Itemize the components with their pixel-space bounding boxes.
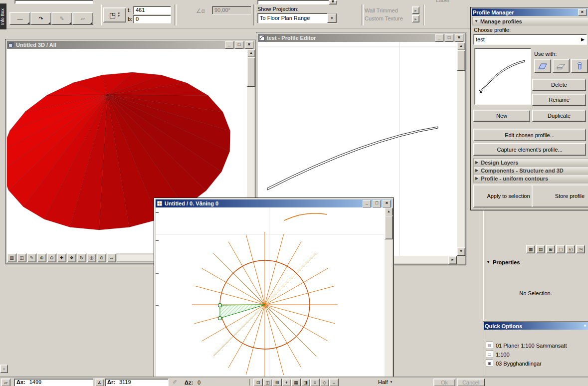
scroll-up-icon[interactable]: ▲ <box>457 42 465 50</box>
scroll-zoom-icon[interactable]: ↔ <box>107 253 116 262</box>
pan-tool-icon[interactable]: ❖ <box>67 253 76 262</box>
radial-coordinate-icon[interactable]: ∡ <box>95 379 104 386</box>
scroll-down-icon[interactable]: ▼ <box>457 247 465 256</box>
snap-point-dropdown[interactable]: Half ▼ <box>378 379 393 385</box>
profile-editor-icon <box>259 35 265 41</box>
floor-plan-icon <box>157 200 163 206</box>
section-profile-contours[interactable]: ▶ Profile - uniform contours <box>473 174 588 183</box>
fit-in-window-icon[interactable]: ✚ <box>57 253 66 262</box>
floor-plan-titlebar[interactable]: Untitled / 0. Våning 0 _ □ × <box>156 199 392 207</box>
maximize-button[interactable]: □ <box>373 200 381 207</box>
scroll-thumb[interactable] <box>247 57 255 87</box>
scroll-right-icon[interactable]: ► <box>448 256 457 264</box>
floor-plan-vertical-scrollbar[interactable]: ▲ <box>385 207 392 386</box>
tracker-icon[interactable]: ↔ <box>329 379 339 386</box>
close-button[interactable]: × <box>383 200 391 207</box>
cursor-snap-icon[interactable]: + <box>282 379 291 386</box>
close-button[interactable]: × <box>455 34 463 42</box>
element-snap-icon[interactable]: ⊞ <box>272 379 282 386</box>
close-button[interactable]: × <box>578 9 587 16</box>
profile-select[interactable]: test ▶ <box>473 34 587 45</box>
quick-options-titlebar[interactable]: Quick Options ▼ <box>484 322 588 330</box>
capture-element-profile-button[interactable]: Capture element's profile... <box>473 143 586 156</box>
properties-header[interactable]: ▼ Properties <box>486 259 520 265</box>
floor-plan-canvas[interactable] <box>156 207 385 386</box>
angle-snap-icon[interactable]: ◨ <box>301 379 310 386</box>
minimize-button[interactable]: _ <box>225 41 233 49</box>
b-input[interactable]: 0 <box>133 15 171 23</box>
minimize-button[interactable]: _ <box>435 34 443 42</box>
new-button[interactable]: New <box>473 110 530 122</box>
delta-r-field[interactable]: Δr: 3119 <box>105 379 169 386</box>
quick-option-row-layout[interactable]: ▣ 03 Bygghandlingar <box>486 360 542 367</box>
chevron-down-icon[interactable]: ▼ <box>583 324 587 328</box>
grid-snap-icon[interactable]: ⊡ <box>253 379 263 386</box>
maximize-button[interactable]: □ <box>445 34 453 42</box>
look-to-icon[interactable]: ⊙ <box>97 253 106 262</box>
projection-dropdown[interactable]: To Floor Plan Range ▼ <box>257 13 337 23</box>
delta-r-value: 3119 <box>117 379 131 385</box>
panel-views-icon[interactable]: ◳ <box>576 245 585 253</box>
profile-manager-titlebar[interactable]: Profile Manager × <box>472 8 588 16</box>
store-profile-button[interactable]: Store profile <box>532 185 588 207</box>
scroll-up-icon[interactable]: ▲ <box>385 207 393 216</box>
profile-editor-vertical-scrollbar[interactable]: ▲ ▼ <box>457 42 464 256</box>
info-box-tab[interactable]: Info Box <box>0 3 6 29</box>
zoom-in-icon[interactable]: ⊕ <box>37 253 46 262</box>
scroll-thumb[interactable] <box>457 50 465 71</box>
panel-sheets-icon[interactable]: ▤ <box>536 245 545 253</box>
window-3d-titlebar[interactable]: Untitled 3D / All _ □ × <box>7 41 254 49</box>
relative-coords-icon[interactable]: ◇ <box>320 379 329 386</box>
layer-combination-value: 01 Planer 1:100 Sammansatt <box>496 343 567 349</box>
archicad-workspace: ▼ Label Elements — ↷ ✎ ▱ ◳ ▼▼ t: 461 b: … <box>0 0 588 386</box>
wall-trimmed-flyout-icon: ▸ <box>412 6 419 14</box>
gravity-icon[interactable]: ◫ <box>263 379 272 386</box>
scroll-up-icon[interactable]: ▲ <box>247 49 255 57</box>
section-components[interactable]: ▶ Components - Structure and 3D <box>473 166 588 175</box>
geometry-marker-button[interactable]: ▱ <box>72 12 93 25</box>
coordinate-origin-icon[interactable]: ▱ <box>1 379 10 386</box>
panel-list-icon[interactable]: ▦ <box>526 245 535 253</box>
mesh-snap-icon[interactable]: ▦ <box>291 379 301 386</box>
top-fragment-dropdown <box>257 0 329 4</box>
guide-lines-icon[interactable]: ≡ <box>310 379 320 386</box>
use-with-wall-button[interactable] <box>534 59 551 73</box>
section-design-layers[interactable]: ▶ Design Layers <box>473 158 588 167</box>
construction-method-button[interactable]: ◳ ▼▼ <box>103 7 126 22</box>
select-tool-icon[interactable]: ▧ <box>7 253 16 262</box>
geometry-line-button[interactable]: — <box>9 12 30 25</box>
orbit-tool-icon[interactable]: ↻ <box>77 253 86 262</box>
explore-tool-icon[interactable]: ◎ <box>87 253 96 262</box>
use-with-beam-button[interactable] <box>553 59 570 73</box>
palette-dock-icon[interactable]: ▪ <box>0 365 8 373</box>
quick-option-row-scale[interactable]: ▭ 1:100 <box>486 351 510 358</box>
plan-radial-drawing[interactable] <box>156 207 385 386</box>
use-with-column-button[interactable] <box>571 59 588 73</box>
close-button[interactable]: × <box>245 41 253 49</box>
dropdown-arrow-icon[interactable]: ▼ <box>327 13 337 23</box>
minimize-button[interactable]: _ <box>363 200 371 207</box>
maximize-button[interactable]: □ <box>235 41 243 49</box>
manage-profiles-header[interactable]: ▼ Manage profiles <box>472 17 588 25</box>
quick-option-row-layer-combination[interactable]: ▤ 01 Planer 1:100 Sammansatt <box>486 342 567 349</box>
duplicate-button[interactable]: Duplicate <box>532 110 586 122</box>
panel-folder-icon[interactable]: ▢ <box>556 245 565 253</box>
zoom-out-icon[interactable]: ⊖ <box>47 253 56 262</box>
rename-button[interactable]: Rename <box>532 94 586 106</box>
geometry-pen-button[interactable]: ✎ <box>51 12 72 25</box>
panel-new-icon[interactable]: ⊞ <box>546 245 555 253</box>
marquee-tool-icon[interactable]: ◫ <box>17 253 26 262</box>
delta-x-field[interactable]: Δx: 1499 <box>14 379 93 386</box>
panel-settings-icon[interactable]: ◱ <box>566 245 575 253</box>
beam-icon <box>556 62 566 70</box>
elevation-icon: ✐ <box>173 379 177 386</box>
delete-button[interactable]: Delete <box>532 79 586 91</box>
t-input[interactable]: 461 <box>133 6 171 14</box>
scroll-thumb[interactable] <box>385 215 393 239</box>
flyout-corner-icon <box>90 22 92 24</box>
edit-chosen-profile-button[interactable]: Edit chosen profile... <box>473 129 586 141</box>
profile-editor-titlebar[interactable]: test - Profile Editor _ □ × <box>258 34 464 42</box>
flyout-arrow-icon[interactable]: ▶ <box>581 37 585 42</box>
geometry-arc-button[interactable]: ↷ <box>30 12 51 25</box>
draw-tool-icon[interactable]: ✎ <box>27 253 36 262</box>
